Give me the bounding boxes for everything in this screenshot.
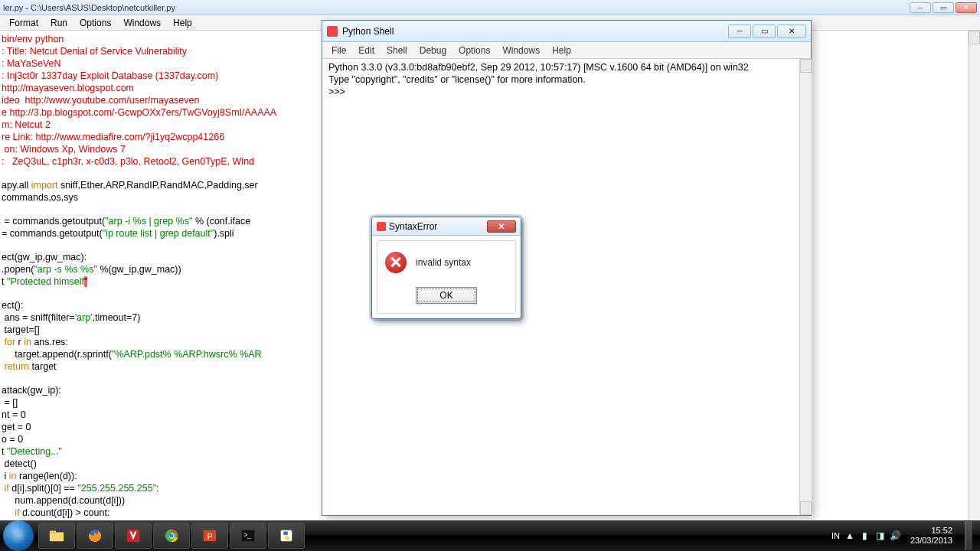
shell-menu-options[interactable]: Options (452, 44, 496, 57)
taskbar-firefox[interactable] (77, 523, 113, 549)
shell-prompt: >>> (328, 86, 348, 97)
editor-vertical-scrollbar[interactable] (968, 31, 980, 537)
python-icon (327, 26, 338, 37)
shell-menu-edit[interactable]: Edit (352, 44, 381, 57)
svg-text:>_: >_ (244, 532, 252, 539)
close-button[interactable]: ✕ (956, 2, 977, 13)
menu-help[interactable]: Help (167, 16, 198, 30)
shell-maximize-button[interactable]: ▭ (753, 24, 776, 38)
editor-title: ler.py - C:\Users\ASUS\Desktop\netcutkil… (3, 3, 910, 12)
minimize-button[interactable]: ─ (910, 2, 931, 13)
ok-button[interactable]: OK (416, 287, 477, 304)
svg-rect-3 (50, 531, 56, 534)
error-titlebar: SyntaxError ✕ (372, 217, 521, 236)
menu-format[interactable]: Format (3, 16, 44, 30)
menu-options[interactable]: Options (74, 16, 117, 30)
taskbar-adobe[interactable] (115, 523, 152, 549)
show-desktop-button[interactable] (965, 521, 972, 550)
shell-title: Python Shell (342, 26, 728, 37)
shell-minimize-button[interactable]: ─ (728, 24, 751, 38)
shell-menu-windows[interactable]: Windows (496, 44, 546, 57)
taskbar-cmd[interactable]: >_ (230, 523, 266, 549)
svg-text:P: P (207, 533, 213, 541)
shell-menu-help[interactable]: Help (546, 44, 577, 57)
error-message: invalid syntax (416, 257, 471, 268)
menu-run[interactable]: Run (44, 16, 74, 30)
language-indicator[interactable]: IN (831, 531, 840, 540)
error-body: invalid syntax OK (377, 240, 516, 314)
svg-rect-1 (377, 222, 386, 231)
python-icon (377, 222, 386, 231)
shell-menu-file[interactable]: File (325, 44, 352, 57)
tray-volume-icon[interactable]: 🔊 (890, 530, 901, 541)
taskbar: P >_ IN ▲ ▮ ◨ 🔊 15:52 23/03/2013 (0, 520, 980, 551)
system-tray: IN ▲ ▮ ◨ 🔊 15:52 23/03/2013 (831, 521, 977, 550)
tray-network-icon[interactable]: ◨ (875, 530, 886, 541)
shell-vertical-scrollbar[interactable] (799, 59, 812, 515)
maximize-button[interactable]: ▭ (933, 2, 954, 13)
error-x-icon (385, 252, 407, 273)
shell-titlebar: Python Shell ─ ▭ ✕ (322, 21, 811, 42)
clock[interactable]: 15:52 23/03/2013 (906, 526, 957, 546)
svg-rect-0 (327, 26, 338, 37)
taskbar-powerpoint[interactable]: P (191, 523, 228, 549)
menu-windows[interactable]: Windows (117, 16, 167, 30)
error-dialog: SyntaxError ✕ invalid syntax OK (371, 217, 521, 319)
tray-flag-icon[interactable]: ▲ (844, 530, 855, 541)
shell-banner1: Python 3.3.0 (v3.3.0:bd8afb90ebf2, Sep 2… (328, 62, 749, 73)
shell-banner2: Type "copyright", "credits" or "license(… (328, 74, 586, 85)
shell-menu-debug[interactable]: Debug (413, 44, 452, 57)
taskbar-python[interactable] (268, 523, 305, 549)
editor-window-buttons: ─ ▭ ✕ (910, 2, 977, 13)
shell-menubar: File Edit Shell Debug Options Windows He… (322, 42, 811, 59)
shell-menu-shell[interactable]: Shell (381, 44, 413, 57)
editor-titlebar: ler.py - C:\Users\ASUS\Desktop\netcutkil… (0, 0, 980, 15)
clock-date: 23/03/2013 (910, 536, 952, 546)
tray-battery-icon[interactable]: ▮ (860, 530, 871, 541)
shell-close-button[interactable]: ✕ (777, 24, 806, 38)
shell-window-buttons: ─ ▭ ✕ (728, 24, 806, 38)
taskbar-chrome[interactable] (153, 523, 190, 549)
clock-time: 15:52 (910, 526, 952, 536)
start-button[interactable] (3, 520, 34, 551)
taskbar-explorer[interactable] (38, 523, 75, 549)
error-close-button[interactable]: ✕ (487, 220, 516, 233)
error-title: SyntaxError (389, 221, 487, 232)
